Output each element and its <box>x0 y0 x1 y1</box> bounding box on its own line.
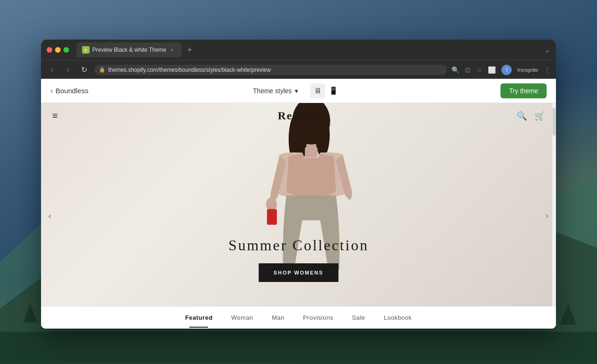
tab-bar: S Preview Black & white Theme × + <box>76 42 541 57</box>
browser-more-icon[interactable]: ⋮ <box>544 66 550 74</box>
browser-chrome: S Preview Black & white Theme × + ⌄ <box>41 40 556 60</box>
back-chevron-icon: ‹ <box>50 87 53 95</box>
cast-icon[interactable]: ⊡ <box>465 66 471 74</box>
new-tab-button[interactable]: + <box>183 43 196 56</box>
address-bar: ‹ › ↻ 🔒 themes.shopify.com/themes/boundl… <box>41 60 556 79</box>
back-nav-button[interactable]: ‹ <box>47 66 58 74</box>
model-figure <box>221 103 401 329</box>
search-browser-icon[interactable]: 🔍 <box>451 66 459 74</box>
mobile-view-button[interactable]: 📱 <box>326 83 341 98</box>
nav-item-sale[interactable]: Sale <box>343 308 375 328</box>
minimize-button[interactable] <box>55 47 61 53</box>
close-button[interactable] <box>47 47 52 53</box>
preview-area: ≡ Re+Co. 🔍 🛒 <box>41 103 556 329</box>
theme-toolbar: ‹ Boundless Theme styles ▾ 🖥 📱 Try theme <box>41 79 556 103</box>
profile-avatar[interactable]: I <box>501 65 512 75</box>
model-svg <box>241 103 382 329</box>
site-preview: ≡ Re+Co. 🔍 🛒 <box>41 103 556 329</box>
svg-rect-13 <box>267 209 277 225</box>
svg-rect-11 <box>305 147 318 157</box>
carousel-next-button[interactable]: › <box>542 207 552 225</box>
site-navigation: Featured Woman Man Provisions Sale Lookb… <box>41 306 556 329</box>
site-header: ≡ Re+Co. 🔍 🛒 <box>41 103 556 129</box>
back-to-themes-link[interactable]: ‹ Boundless <box>50 87 88 95</box>
bookmark-icon[interactable]: ☆ <box>476 66 482 74</box>
address-text: themes.shopify.com/themes/boundless/styl… <box>108 67 271 73</box>
profile-letter: I <box>506 67 507 72</box>
lock-icon: 🔒 <box>99 67 105 73</box>
scrollbar[interactable] <box>552 103 556 329</box>
maximize-button[interactable] <box>63 47 69 53</box>
refresh-button[interactable]: ↻ <box>78 65 90 74</box>
svg-rect-2 <box>0 332 597 364</box>
nav-item-lookbook[interactable]: Lookbook <box>375 308 421 328</box>
desktop-view-button[interactable]: 🖥 <box>310 83 325 98</box>
try-theme-button[interactable]: Try theme <box>500 83 547 98</box>
nav-item-provisions[interactable]: Provisions <box>294 308 343 328</box>
theme-styles-label: Theme styles <box>253 87 292 95</box>
tab-close-btn[interactable]: × <box>169 47 176 53</box>
carousel-prev-button[interactable]: ‹ <box>45 207 55 225</box>
browser-menu-icon[interactable]: ⌄ <box>545 46 550 54</box>
tab-title: Preview Black & white Theme <box>92 47 167 53</box>
active-tab[interactable]: S Preview Black & white Theme × <box>76 42 181 57</box>
forward-nav-button[interactable]: › <box>62 66 74 74</box>
site-header-icons: 🔍 🛒 <box>517 111 545 121</box>
nav-item-man[interactable]: Man <box>263 308 294 328</box>
browser-window: S Preview Black & white Theme × + ⌄ ‹ › … <box>41 40 556 329</box>
hero-title: Summer Collection <box>229 237 369 254</box>
site-logo: Re+Co. <box>278 110 319 122</box>
search-icon[interactable]: 🔍 <box>517 111 527 121</box>
favicon: S <box>82 46 90 54</box>
split-view-icon[interactable]: ⬜ <box>488 66 496 74</box>
theme-name-label: Boundless <box>56 87 88 95</box>
hero-content: Summer Collection SHOP WOMENS <box>229 237 369 282</box>
nav-item-woman[interactable]: Woman <box>222 308 263 328</box>
theme-styles-chevron-icon: ▾ <box>295 87 298 95</box>
nav-item-featured[interactable]: Featured <box>176 308 222 328</box>
hamburger-menu-icon[interactable]: ≡ <box>52 110 58 121</box>
incognito-label: Incognito <box>517 67 538 73</box>
address-field[interactable]: 🔒 themes.shopify.com/themes/boundless/st… <box>94 65 447 75</box>
traffic-lights <box>47 47 69 53</box>
desktop-icon: 🖥 <box>314 87 321 95</box>
cart-icon[interactable]: 🛒 <box>535 111 545 121</box>
hero-section: Summer Collection SHOP WOMENS ‹ › <box>41 103 556 329</box>
browser-actions: 🔍 ⊡ ☆ ⬜ I Incognito ⋮ <box>451 65 550 75</box>
view-toggle: 🖥 📱 <box>310 83 341 98</box>
toolbar-center: Theme styles ▾ 🖥 📱 <box>248 83 340 98</box>
mobile-icon: 📱 <box>329 86 338 95</box>
theme-styles-button[interactable]: Theme styles ▾ <box>248 84 302 97</box>
shop-womens-button[interactable]: SHOP WOMENS <box>259 263 339 282</box>
